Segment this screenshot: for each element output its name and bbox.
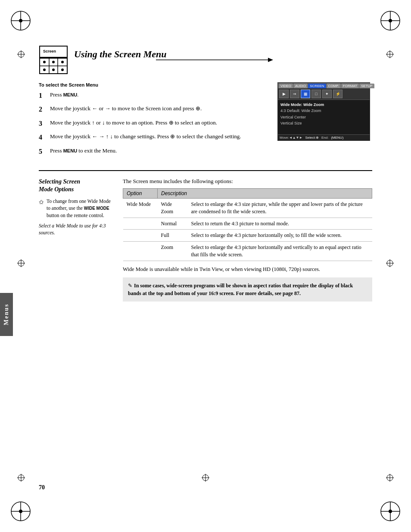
corner-decoration-tl	[8, 8, 34, 34]
steps-list: 1 Press MENU. 2 Move the joystick ← or →…	[39, 91, 269, 156]
reg-mark-bmc	[201, 473, 210, 482]
sub-option-full: Full	[158, 230, 188, 242]
step-5: 5 Press MENU to exit the Menu.	[39, 147, 269, 156]
corner-decoration-tr	[377, 8, 403, 34]
desc-zoom: Select to enlarge the 4:3 picture horizo…	[188, 242, 372, 261]
sub-option-zoom: Zoom	[158, 242, 188, 261]
svg-point-11	[19, 510, 22, 513]
reg-mark-tr	[385, 50, 395, 59]
warning-box: ✎In some cases, wide-screen programs wil…	[123, 277, 372, 302]
preview-content: Wide Mode: Wide Zoom 4:3 Default: Wide Z…	[278, 100, 370, 134]
preview-tab-audio: AUDIO	[293, 84, 308, 88]
reg-mark-tl	[16, 50, 26, 59]
preview-item-4: Vertical Size	[280, 120, 367, 126]
preview-tab-format: FORMAT	[341, 84, 359, 88]
section-divider	[39, 170, 372, 171]
col-header-option: Option	[123, 188, 158, 198]
wide-mode-note: Wide Mode is unavailable while in Twin V…	[123, 265, 372, 274]
svg-point-43	[43, 61, 46, 63]
step-3: 3 Move the joystick ↑ or ↓ to move to an…	[39, 119, 269, 128]
col-header-description: Description	[158, 188, 372, 198]
note-icon: ✩	[39, 198, 44, 218]
option-empty-3	[123, 242, 158, 261]
reg-mark-ml	[16, 258, 26, 268]
reg-mark-mr	[385, 258, 395, 268]
preview-icon-2: ⇒	[290, 90, 299, 98]
instructions-area: To select the Screen Menu 1 Press MENU. …	[39, 82, 372, 161]
corner-decoration-br	[377, 498, 403, 524]
option-wide-mode: Wide Mode	[123, 198, 158, 218]
corner-decoration-bl	[8, 498, 34, 524]
sub-option-wide-zoom: Wide Zoom	[158, 198, 188, 218]
italic-note: Select a Wide Mode to use for 4:3 source…	[39, 222, 114, 236]
svg-point-47	[52, 68, 55, 71]
preview-icon-1: ▶	[279, 90, 289, 98]
section-title: Using the Screen Menu	[74, 45, 167, 60]
note-icon-text: ✩ To change from one Wide Mode to anothe…	[39, 198, 114, 218]
table-row-zoom: Zoom Select to enlarge the 4:3 picture h…	[123, 242, 372, 261]
preview-tab-component: COMP.	[327, 84, 341, 88]
preview-icon-3: ▦	[301, 90, 310, 98]
preview-tab-screen: SCREEN	[308, 84, 326, 88]
step-1: 1 Press MENU.	[39, 91, 269, 100]
svg-marker-50	[268, 58, 273, 62]
reg-mark-bl	[16, 473, 26, 482]
preview-footer: Move:◄▲▼► Select:⊕ End:(MENU)	[278, 134, 370, 140]
screen-preview-column: VIDEO AUDIO SCREEN COMP. FORMAT SETUP ▶ …	[277, 82, 372, 161]
to-select-label: To select the Screen Menu	[39, 82, 269, 87]
preview-icons-row: ▶ ⇒ ▦ □ ✦ ⚡	[278, 88, 370, 100]
steps-column: To select the Screen Menu 1 Press MENU. …	[39, 82, 269, 161]
preview-icon-6: ⚡	[333, 90, 342, 98]
menus-sidebar-tab: Menus	[0, 293, 13, 336]
warning-text: In some cases, wide-screen programs will…	[128, 283, 353, 296]
svg-point-15	[389, 510, 392, 513]
preview-item-2: 4:3 Default: Wide Zoom	[280, 108, 367, 114]
desc-wide-zoom: Select to enlarge the 4:3 size picture, …	[188, 198, 372, 218]
table-row-full: Full Select to enlarge the 4:3 picture h…	[123, 230, 372, 242]
svg-point-44	[52, 61, 55, 63]
warning-icon: ✎	[128, 283, 132, 289]
screen-menu-icon: Screen	[39, 45, 68, 75]
svg-point-48	[61, 68, 64, 71]
preview-tab-video: VIDEO	[279, 84, 293, 88]
svg-point-3	[19, 19, 22, 22]
lower-section: Selecting ScreenMode Options ✩ To change…	[39, 178, 372, 302]
svg-point-7	[389, 19, 392, 22]
note-text: To change from one Wide Mode to another,…	[47, 198, 114, 218]
left-panel: Selecting ScreenMode Options ✩ To change…	[39, 178, 114, 302]
desc-normal: Select to return the 4:3 picture to norm…	[188, 218, 372, 230]
preview-item-1: Wide Mode: Wide Zoom	[280, 102, 367, 108]
step-4: 4 Move the joystick ← → ↑ ↓ to change se…	[39, 133, 269, 142]
svg-point-45	[61, 61, 64, 63]
svg-point-46	[43, 68, 46, 71]
page-number: 70	[39, 484, 45, 491]
option-empty-1	[123, 218, 158, 230]
reg-mark-br	[385, 473, 395, 482]
subsection-title: Selecting ScreenMode Options	[39, 178, 114, 193]
preview-icon-4: □	[311, 90, 321, 98]
desc-full: Select to enlarge the 4:3 picture horizo…	[188, 230, 372, 242]
table-row-wide-zoom: Wide Mode Wide Zoom Select to enlarge th…	[123, 198, 372, 218]
header-section: Screen Using the Screen Menu	[39, 45, 372, 75]
preview-tab-setup: SETUP	[359, 84, 374, 88]
option-empty-2	[123, 230, 158, 242]
screen-menu-preview: VIDEO AUDIO SCREEN COMP. FORMAT SETUP ▶ …	[277, 82, 370, 141]
preview-icon-5: ✦	[322, 90, 332, 98]
table-row-normal: Normal Select to return the 4:3 picture …	[123, 218, 372, 230]
preview-tabs-row: VIDEO AUDIO SCREEN COMP. FORMAT SETUP	[278, 83, 370, 88]
right-panel: The Screen menu includes the following o…	[123, 178, 372, 302]
sub-option-normal: Normal	[158, 218, 188, 230]
preview-item-3: Vertical Center	[280, 114, 367, 120]
main-content-area: Screen Using the Screen Menu	[39, 45, 372, 302]
svg-text:Screen: Screen	[43, 49, 56, 53]
options-table: Option Description Wide Mode Wide Zoom S…	[123, 188, 372, 261]
step-2: 2 Move the joystick ← or → to move to th…	[39, 105, 269, 114]
options-intro: The Screen menu includes the following o…	[123, 178, 372, 185]
